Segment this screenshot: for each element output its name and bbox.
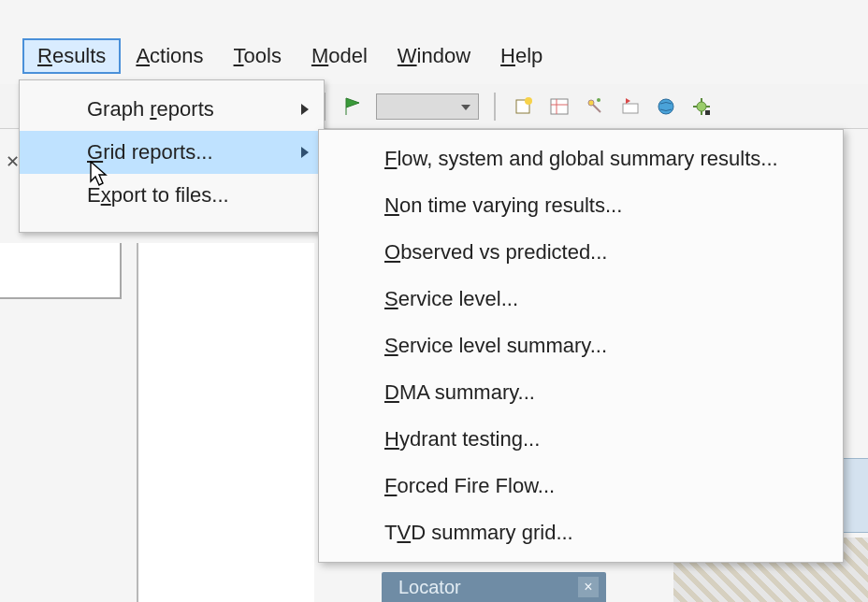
results-dropdown: Graph reports Grid reports... Export to … bbox=[19, 79, 325, 233]
menu-label: Actions bbox=[136, 44, 203, 67]
menu-model[interactable]: Model bbox=[297, 38, 383, 74]
toolbar-separator bbox=[494, 93, 496, 121]
menu-item-graph-reports[interactable]: Graph reports bbox=[20, 88, 324, 131]
svg-rect-14 bbox=[705, 110, 710, 115]
menu-help[interactable]: Help bbox=[485, 38, 557, 74]
menu-item-label: Grid reports... bbox=[87, 140, 213, 164]
menu-label: Tools bbox=[234, 44, 282, 67]
menu-label: Model bbox=[311, 44, 368, 67]
menu-label: Window bbox=[398, 44, 470, 67]
submenu-item-dma-summary[interactable]: DMA summary... bbox=[319, 369, 843, 416]
grid-reports-submenu: Flow, system and global summary results.… bbox=[318, 129, 844, 563]
submenu-label: Observed vs predicted... bbox=[384, 240, 607, 264]
submenu-item-service-level-summary[interactable]: Service level summary... bbox=[319, 322, 843, 369]
svg-rect-7 bbox=[623, 104, 638, 113]
menu-item-export-to-files[interactable]: Export to files... bbox=[20, 174, 324, 217]
flag-icon[interactable] bbox=[340, 93, 367, 120]
submenu-label: Flow, system and global summary results.… bbox=[384, 147, 778, 170]
globe-icon[interactable] bbox=[653, 93, 679, 120]
menu-item-label: Graph reports bbox=[87, 97, 214, 121]
menu-window[interactable]: Window bbox=[383, 38, 485, 74]
new-sheet-icon[interactable] bbox=[511, 93, 537, 120]
submenu-item-non-time-varying[interactable]: Non time varying results... bbox=[319, 182, 843, 229]
svg-point-8 bbox=[658, 99, 673, 114]
submenu-label: TVD summary grid... bbox=[384, 521, 573, 544]
svg-rect-2 bbox=[551, 99, 568, 114]
key-icon[interactable] bbox=[582, 93, 608, 120]
submenu-label: DMA summary... bbox=[384, 380, 535, 404]
toolbar-dropdown[interactable] bbox=[376, 93, 479, 120]
submenu-item-observed-vs-predicted[interactable]: Observed vs predicted... bbox=[319, 229, 843, 276]
close-icon[interactable]: × bbox=[578, 577, 599, 597]
menubar: Results Actions Tools Model Window Help bbox=[0, 33, 557, 79]
submenu-item-tvd-summary-grid[interactable]: TVD summary grid... bbox=[319, 509, 843, 556]
submenu-item-service-level[interactable]: Service level... bbox=[319, 276, 843, 322]
svg-point-1 bbox=[525, 97, 532, 105]
submenu-label: Service level... bbox=[384, 287, 518, 310]
menu-results[interactable]: Results bbox=[22, 38, 121, 74]
table-icon[interactable] bbox=[546, 93, 572, 120]
menu-actions[interactable]: Actions bbox=[121, 38, 218, 74]
side-panel-fragment bbox=[0, 243, 122, 299]
submenu-label: Hydrant testing... bbox=[384, 427, 540, 451]
canvas-panel bbox=[137, 243, 314, 602]
menu-item-label: Export to files... bbox=[87, 183, 229, 207]
locator-label: Locator bbox=[398, 577, 461, 598]
submenu-label: Non time varying results... bbox=[384, 194, 622, 217]
close-icon[interactable]: ✕ bbox=[6, 151, 20, 172]
locator-panel-tab[interactable]: Locator × bbox=[382, 572, 606, 602]
menu-label: Results bbox=[37, 44, 106, 67]
submenu-item-hydrant-testing[interactable]: Hydrant testing... bbox=[319, 416, 843, 463]
menu-item-grid-reports[interactable]: Grid reports... bbox=[20, 131, 324, 174]
submenu-item-flow-summary[interactable]: Flow, system and global summary results.… bbox=[319, 136, 843, 182]
submenu-label: Service level summary... bbox=[384, 334, 607, 357]
submenu-item-forced-fire-flow[interactable]: Forced Fire Flow... bbox=[319, 463, 843, 509]
submenu-label: Forced Fire Flow... bbox=[384, 474, 555, 497]
menu-label: Help bbox=[500, 44, 542, 67]
menu-tools[interactable]: Tools bbox=[219, 38, 297, 74]
flag-list-icon[interactable] bbox=[617, 93, 644, 120]
svg-point-6 bbox=[597, 98, 600, 102]
gear-icon[interactable] bbox=[688, 93, 715, 120]
svg-point-9 bbox=[697, 102, 706, 111]
